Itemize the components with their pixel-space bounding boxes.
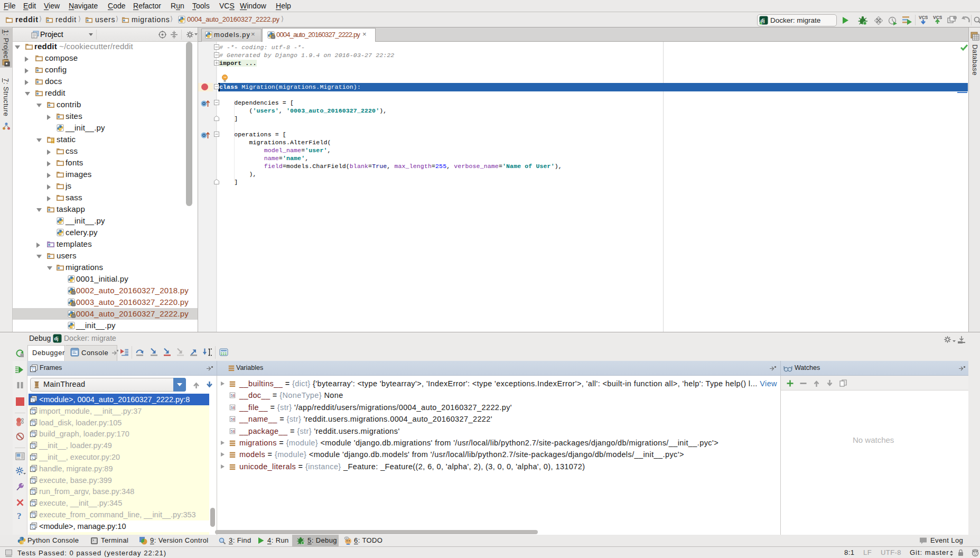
svg-text:dj: dj — [54, 336, 59, 341]
svg-text:VCS: VCS — [919, 15, 928, 20]
